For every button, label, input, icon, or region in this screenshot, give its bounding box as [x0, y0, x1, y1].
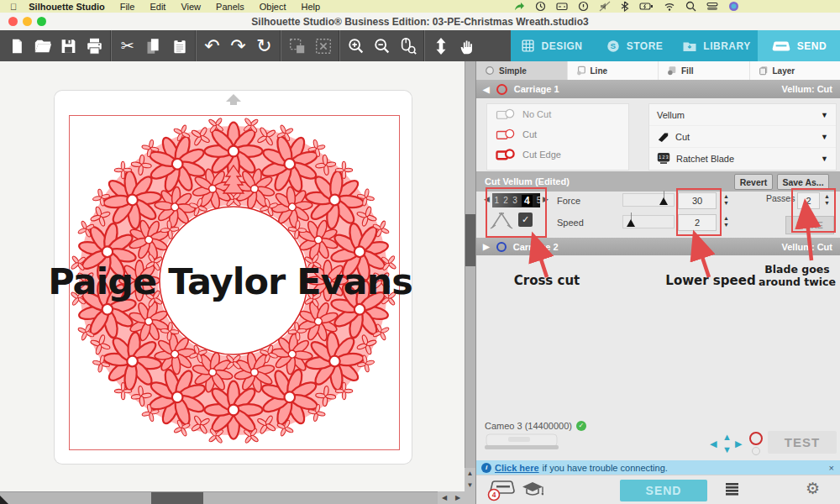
send-machine-icon [771, 39, 791, 53]
stepper-up-icon[interactable]: ▲ [723, 215, 729, 221]
horizontal-scrollbar-thumb[interactable] [151, 492, 203, 504]
registration-gray-circle-icon[interactable] [752, 447, 760, 455]
carriage1-header[interactable]: ◀ Carriage 1 Vellum: Cut [476, 80, 840, 98]
horizontal-scrollbar[interactable] [0, 491, 465, 504]
zoom-in-button[interactable] [343, 33, 369, 59]
jog-down-icon[interactable]: ▼ [722, 445, 732, 454]
speed-slider-thumb[interactable] [627, 219, 635, 227]
undo-button[interactable]: ↶ [199, 33, 225, 59]
zoom-out-button[interactable] [369, 33, 395, 59]
jog-up-icon[interactable]: ▲ [722, 433, 732, 441]
cut-mode-no-cut[interactable]: No Cut [487, 104, 628, 124]
fill-tab-icon [667, 66, 677, 76]
vertical-scrollbar-thumb[interactable] [465, 214, 475, 266]
menu-view[interactable]: View [181, 2, 201, 12]
stepper-down-icon[interactable]: ▼ [723, 200, 729, 206]
tab-layer[interactable]: Layer [750, 61, 840, 80]
redo-button[interactable]: ↷ [225, 33, 251, 59]
send-button[interactable]: SEND [620, 480, 707, 501]
vertical-scrollbar[interactable] [465, 61, 475, 491]
ratchet-blade-icon: 1 2 3 [657, 152, 670, 165]
siri-icon[interactable] [728, 1, 739, 12]
copy-button[interactable] [140, 33, 166, 59]
refresh-button[interactable]: ↻ [251, 33, 277, 59]
resize-corner [0, 496, 8, 504]
print-button[interactable] [81, 33, 108, 59]
clock-icon[interactable] [535, 1, 546, 12]
force-stepper[interactable]: ▲▼ [723, 193, 729, 206]
speed-label: Speed [557, 218, 584, 228]
job-list-icon[interactable] [725, 482, 739, 498]
notification-count-icon[interactable] [578, 1, 589, 12]
connection-notice-bar: i Click here if you have trouble connect… [476, 460, 840, 475]
carriage2-status: Vellum: Cut [781, 242, 832, 252]
menu-help[interactable]: Help [302, 2, 321, 12]
machine-status-icon[interactable]: 4 [486, 480, 515, 501]
trouble-connecting-link[interactable]: Click here [495, 463, 539, 473]
stepper-up-icon[interactable]: ▲ [723, 193, 729, 199]
action-dropdown[interactable]: Cut ▼ [649, 126, 836, 148]
share-status-icon[interactable] [514, 1, 525, 12]
menu-app-name[interactable]: Silhouette Studio [29, 2, 104, 12]
panel-footer: 4 SEND ⚙ [476, 475, 840, 504]
delete-selection-button[interactable] [310, 33, 336, 59]
library-folder-icon [682, 39, 697, 53]
tab-line[interactable]: Line [568, 61, 659, 80]
scroll-down-button[interactable]: ▼ [465, 480, 475, 491]
wifi-icon[interactable] [664, 1, 675, 12]
collapse-carriage1-icon[interactable]: ◀ [483, 85, 490, 94]
material-dropdown[interactable]: Vellum ▼ [649, 104, 836, 126]
scroll-right-button[interactable]: ▶ [451, 491, 465, 504]
tab-simple[interactable]: Simple [476, 61, 568, 80]
close-notice-icon[interactable]: × [829, 463, 834, 473]
force-slider-thumb[interactable] [659, 197, 668, 205]
menu-object[interactable]: Object [260, 2, 286, 12]
tutorials-cap-icon[interactable] [522, 481, 543, 498]
save-button[interactable] [55, 33, 81, 59]
control-center-icon[interactable] [706, 1, 718, 12]
bluetooth-icon[interactable] [621, 1, 629, 12]
tool-dropdown[interactable]: 1 2 3 Ratchet Blade ▼ [649, 148, 836, 169]
carriage2-header[interactable]: ▶ Carriage 2 Vellum: Cut [476, 238, 840, 255]
stepper-down-icon[interactable]: ▼ [723, 222, 729, 228]
force-slider[interactable] [622, 193, 675, 207]
carriage2-color-icon [496, 242, 507, 252]
paste-button[interactable] [166, 33, 192, 59]
menu-edit[interactable]: Edit [150, 2, 165, 12]
cut-tool-button[interactable]: ✂ [114, 33, 140, 59]
scroll-left-button[interactable]: ◀ [438, 491, 451, 504]
scroll-up-button[interactable]: ▲ [465, 468, 475, 480]
mute-icon[interactable] [599, 1, 611, 12]
tab-library[interactable]: LIBRARY [675, 30, 758, 61]
tab-store[interactable]: S STORE [593, 30, 675, 61]
menu-file[interactable]: File [120, 2, 135, 12]
revert-button[interactable]: Revert [734, 174, 773, 190]
cut-mode-cut[interactable]: Cut [487, 124, 628, 144]
fit-to-window-button[interactable] [428, 33, 454, 59]
jog-left-icon[interactable]: ◀ [710, 439, 717, 448]
apple-menu-icon[interactable]:  [10, 2, 17, 12]
banner-icon[interactable] [556, 1, 568, 12]
battery-icon[interactable] [639, 1, 654, 12]
settings-gear-icon[interactable]: ⚙ [806, 480, 820, 496]
jog-right-icon[interactable]: ▶ [735, 439, 742, 448]
test-cut-button[interactable]: TEST [768, 431, 837, 454]
cut-mode-cut-edge[interactable]: Cut Edge [487, 144, 628, 165]
new-document-button[interactable] [3, 33, 29, 59]
tab-fill[interactable]: Fill [659, 61, 750, 80]
open-file-button[interactable] [29, 33, 55, 59]
tab-send[interactable]: SEND [758, 30, 840, 61]
annotation-cross-cut: Cross cut [500, 273, 594, 288]
drag-zoom-button[interactable] [395, 33, 421, 59]
annotation-blade-twice: Blade goes around twice [755, 263, 839, 288]
speed-stepper[interactable]: ▲▼ [723, 215, 729, 228]
pan-tool-button[interactable] [454, 33, 480, 59]
tab-design[interactable]: DESIGN [511, 30, 593, 61]
expand-carriage2-icon[interactable]: ▶ [483, 242, 490, 251]
registration-red-circle-icon[interactable] [749, 432, 763, 445]
search-icon[interactable] [685, 1, 696, 12]
design-canvas[interactable]: Paige Taylor Evans [0, 61, 465, 491]
duplicate-selection-button[interactable] [284, 33, 310, 59]
menu-panels[interactable]: Panels [216, 2, 244, 12]
speed-slider[interactable] [622, 215, 675, 228]
